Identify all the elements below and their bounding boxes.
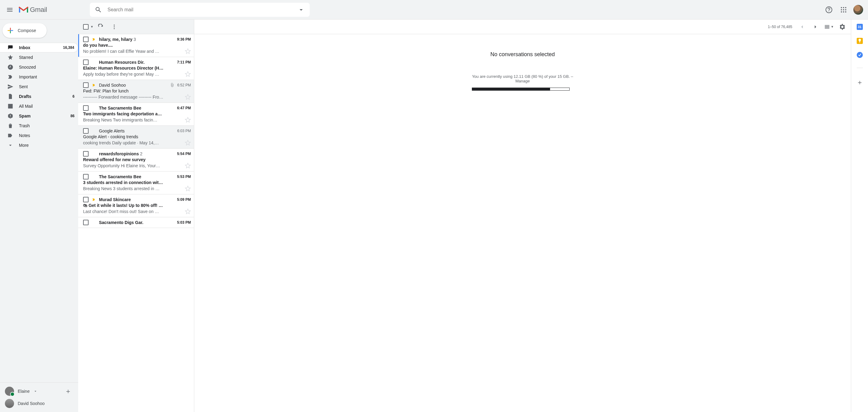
reading-pane: 1–50 of 76,485 ▼ No conversations select… [194, 20, 851, 412]
nav-item-drafts[interactable]: Drafts6 [0, 92, 78, 101]
important-marker-off[interactable] [91, 175, 96, 179]
hangouts-self-row[interactable]: Elaine ＋ [0, 385, 78, 397]
empty-state: No conversations selected You are curren… [194, 34, 851, 412]
conversation-time: 5:53 PM [177, 175, 191, 179]
conversation-row[interactable]: Google Alerts6:03 PMGoogle Alert - cooki… [78, 126, 194, 149]
select-conversation-checkbox[interactable] [83, 105, 89, 111]
keep-addon-button[interactable] [857, 38, 863, 44]
inbox-icon [7, 44, 13, 51]
search-bar[interactable] [90, 3, 310, 17]
tasks-addon-button[interactable] [857, 52, 863, 58]
important-marker[interactable] [91, 37, 96, 41]
nav-item-all-mail[interactable]: All Mail [0, 101, 78, 111]
star-button[interactable] [185, 140, 191, 146]
search-options-button[interactable] [294, 3, 308, 16]
conversation-row[interactable]: hilary, me, hilary 39:36 PMdo you have..… [78, 34, 194, 57]
nav-item-starred[interactable]: Starred [0, 53, 78, 62]
gmail-logo[interactable]: Gmail [17, 6, 90, 14]
contact-name: David Soohoo [18, 401, 44, 406]
empty-state-title: No conversations selected [490, 51, 555, 58]
select-all-checkbox[interactable] [83, 24, 89, 30]
gmail-m-icon [18, 6, 29, 14]
important-marker-off[interactable] [91, 60, 96, 64]
svg-point-8 [841, 11, 842, 12]
select-all-control[interactable]: ▼ [83, 24, 93, 30]
star-button[interactable] [185, 117, 191, 123]
select-conversation-checkbox[interactable] [83, 197, 89, 202]
prev-page-button[interactable] [796, 21, 808, 33]
conversation-row[interactable]: Murad Skincare5:09 PM🛍 Get it while it l… [78, 195, 194, 217]
conversation-row[interactable]: The Sacramento Bee6:47 PMTwo immigrants … [78, 103, 194, 126]
select-conversation-checkbox[interactable] [83, 151, 89, 157]
hangouts-contact-row[interactable]: David Soohoo [0, 397, 78, 410]
conversation-subject: 3 students arrested in connection wit… [83, 180, 191, 185]
important-marker-off[interactable] [91, 129, 96, 133]
star-button[interactable] [185, 71, 191, 77]
nav-item-more[interactable]: More [0, 140, 78, 150]
nav-item-count: 6 [72, 94, 74, 99]
nav-item-notes[interactable]: Notes [0, 131, 78, 140]
tasks-icon [858, 53, 862, 57]
conversation-snippet: No problem! I can call Effie Yeaw and … [83, 49, 183, 54]
refresh-button[interactable] [95, 21, 107, 33]
conversation-row[interactable]: David Soohoo6:52 PMFwd: FW: Plan for lun… [78, 80, 194, 103]
conversation-sender: rewardsforopinions 2 [99, 151, 175, 156]
settings-button[interactable] [836, 21, 848, 33]
conversation-time: 9:36 PM [177, 37, 191, 41]
compose-button[interactable]: Compose [2, 23, 47, 38]
expand-icon [7, 142, 13, 148]
plus-icon [7, 27, 14, 34]
account-avatar[interactable] [853, 5, 863, 15]
conversation-row[interactable]: Human Resources Dir.7:11 PMElaine: Human… [78, 57, 194, 80]
main-menu-button[interactable] [2, 2, 17, 17]
conversation-row[interactable]: rewardsforopinions 25:54 PMReward offere… [78, 149, 194, 172]
conversation-time: 5:54 PM [177, 152, 191, 156]
split-pane-button[interactable]: ▼ [823, 21, 835, 33]
nav-item-inbox[interactable]: Inbox16,384 [0, 43, 78, 53]
star-button[interactable] [185, 185, 191, 192]
support-button[interactable] [822, 2, 836, 17]
important-marker-off[interactable] [91, 152, 96, 156]
star-button[interactable] [185, 94, 191, 100]
get-addons-button[interactable]: ＋ [857, 78, 863, 87]
calendar-addon-button[interactable]: 31 [857, 24, 863, 30]
select-conversation-checkbox[interactable] [83, 82, 89, 88]
google-apps-button[interactable] [836, 2, 851, 17]
nav-item-sent[interactable]: Sent [0, 82, 78, 92]
search-button[interactable] [92, 3, 105, 16]
new-conversation-button[interactable]: ＋ [63, 387, 73, 396]
conversation-time: 6:52 PM [177, 83, 191, 87]
compose-label: Compose [18, 28, 36, 33]
select-conversation-checkbox[interactable] [83, 220, 89, 225]
search-input[interactable] [105, 7, 294, 12]
mail-icon [7, 103, 13, 109]
select-conversation-checkbox[interactable] [83, 128, 89, 134]
hangouts-section: Elaine ＋ David Soohoo [0, 382, 78, 412]
manage-storage-link[interactable]: Manage [516, 79, 530, 83]
star-button[interactable] [185, 48, 191, 54]
select-conversation-checkbox[interactable] [83, 60, 89, 65]
important-marker-off[interactable] [91, 220, 96, 225]
important-marker[interactable] [91, 83, 96, 87]
conversation-snippet: Apply today before they're gone! May … [83, 72, 183, 77]
nav-item-trash[interactable]: Trash [0, 121, 78, 131]
nav-item-important[interactable]: Important [0, 72, 78, 82]
select-conversation-checkbox[interactable] [83, 37, 89, 42]
select-conversation-checkbox[interactable] [83, 174, 89, 179]
conversation-row[interactable]: The Sacramento Bee5:53 PM3 students arre… [78, 172, 194, 195]
star-icon [7, 54, 13, 61]
nav-item-spam[interactable]: Spam86 [0, 111, 78, 121]
nav-item-snoozed[interactable]: Snoozed [0, 62, 78, 72]
main-area: Compose Inbox16,384StarredSnoozedImporta… [0, 20, 868, 412]
label-icon [7, 132, 13, 139]
select-dropdown-caret[interactable]: ▼ [90, 25, 93, 28]
important-marker[interactable] [91, 198, 96, 202]
conversation-list[interactable]: hilary, me, hilary 39:36 PMdo you have..… [78, 34, 194, 412]
important-marker-off[interactable] [91, 106, 96, 110]
next-page-button[interactable] [809, 21, 822, 33]
star-button[interactable] [185, 208, 191, 214]
star-button[interactable] [185, 163, 191, 169]
conversation-row[interactable]: Sacramento Digs Gar.5:03 PM [78, 217, 194, 228]
more-actions-button[interactable] [108, 21, 120, 33]
svg-point-2 [841, 7, 842, 8]
